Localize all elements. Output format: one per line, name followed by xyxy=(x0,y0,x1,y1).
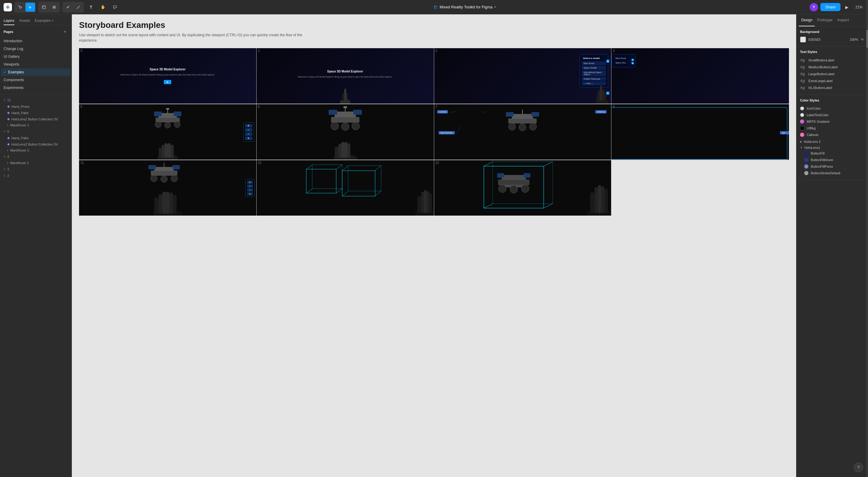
cs-icon-color[interactable]: IconColor xyxy=(800,105,864,112)
examples-arrow: ▾ xyxy=(52,19,53,22)
cell-number-11: 11 xyxy=(81,161,84,164)
figma-logo[interactable] xyxy=(4,3,12,11)
panel-icon-1: ⊞ xyxy=(247,181,253,184)
cs-button-fill[interactable]: ButtonFill xyxy=(804,150,864,157)
move-tool[interactable] xyxy=(26,3,35,12)
tab-assets[interactable]: Assets xyxy=(19,17,30,25)
layer-group-4[interactable]: # 4 xyxy=(1,153,70,160)
annotation-antenna: Antenna xyxy=(595,110,607,114)
cs-group-hololens2[interactable]: ▶ HoloLens 2 xyxy=(800,138,864,144)
background-hex[interactable]: E5E5E5 xyxy=(808,38,847,41)
svg-rect-11 xyxy=(436,6,437,7)
layer-marsrover-3[interactable]: ▪ MarsRover 1 xyxy=(1,160,70,166)
layer-hand-palm-1[interactable]: ◆ Hand_Palm xyxy=(1,109,70,116)
color-styles-section: Color Styles IconColor LabelTextColor MR… xyxy=(797,95,868,180)
cs-label-text[interactable]: LabelTextColor xyxy=(800,112,864,118)
ts-small-button[interactable]: Ag SmallButtonLabel xyxy=(800,57,864,63)
annotation-spectrometer: Spectrometer xyxy=(439,131,455,134)
component-tool[interactable] xyxy=(50,3,59,12)
page-item-ui-gallery[interactable]: UI Gallery xyxy=(1,53,70,61)
hand-tool[interactable]: ✋ xyxy=(98,3,108,12)
background-opacity[interactable]: 100% xyxy=(850,38,858,41)
cell-0-button: ▶ xyxy=(164,80,171,84)
layer-group-2[interactable]: # 2 xyxy=(1,172,70,179)
share-button[interactable]: Share xyxy=(820,3,840,11)
active-check: ✓ xyxy=(4,70,6,74)
group-number: 4 xyxy=(7,155,9,158)
layer-group-3[interactable]: # 3 xyxy=(1,166,70,172)
ts-medium-button[interactable]: Ag MediumButtonLabel xyxy=(800,63,864,70)
layer-hand-palm-2[interactable]: ◆ Hand_Palm xyxy=(1,135,70,141)
cell-number-1: 1 xyxy=(258,49,260,53)
background-section: Background E5E5E5 100% 👁 xyxy=(797,26,868,46)
svg-point-44 xyxy=(352,122,360,130)
pen-tool[interactable] xyxy=(63,3,73,12)
rover-model-7 xyxy=(503,109,542,136)
page-item-components[interactable]: Components xyxy=(1,76,70,84)
wireframe-svg-13 xyxy=(434,160,611,216)
file-name-button[interactable]: Mixed Reality Toolkit for Figma ▾ xyxy=(431,4,498,10)
layer-marsrover-1[interactable]: ▪ MarsRover 1 xyxy=(1,122,70,128)
layer-group-11[interactable]: # 11 xyxy=(1,97,70,103)
cs-mrtk-gradient[interactable]: MRTK Gradient xyxy=(800,118,864,125)
svg-rect-95 xyxy=(424,190,427,213)
comment-tool[interactable] xyxy=(110,3,120,12)
svg-rect-22 xyxy=(602,90,604,101)
layer-holol2-btn-2[interactable]: ◆ HoloLens2 Button Collection 3V xyxy=(1,141,70,147)
frame-tool[interactable] xyxy=(39,3,49,12)
page-list: Introduction Change Log UI Gallery Viewp… xyxy=(0,37,71,92)
tab-prototype[interactable]: Prototype xyxy=(815,14,835,26)
svg-rect-23 xyxy=(596,92,598,101)
page-item-examples[interactable]: ✓ Examples xyxy=(1,68,70,76)
cs-group-hololens1[interactable]: ▼ HoloLens1 xyxy=(800,144,864,150)
cs-swatch-bsd xyxy=(804,171,808,175)
cs-callouts[interactable]: Callouts xyxy=(800,131,864,138)
tab-layers[interactable]: Layers xyxy=(4,17,14,25)
ts-hl1-button[interactable]: Ag HL1ButtonLabel xyxy=(800,84,864,91)
cs-button-stroke-default[interactable]: ButtonStrokeDefault xyxy=(804,170,864,177)
svg-line-101 xyxy=(544,162,552,166)
layer-group-5[interactable]: # 5 xyxy=(1,128,70,135)
svg-rect-56 xyxy=(508,119,536,123)
ts-large-button[interactable]: Ag LargeButtonLabel xyxy=(800,70,864,77)
cs-button-fill-press[interactable]: ButtonFillPress xyxy=(804,163,864,170)
add-page-button[interactable]: + xyxy=(62,29,68,35)
svg-rect-115 xyxy=(601,186,604,213)
canvas-area[interactable]: Storyboard Examples Use viewport to sket… xyxy=(72,14,796,477)
page-item-viewports[interactable]: Viewports xyxy=(1,61,70,68)
user-avatar[interactable]: Y xyxy=(810,3,818,11)
zoom-level[interactable]: 21% xyxy=(854,4,864,10)
tab-examples[interactable]: Examples ▾ xyxy=(35,17,53,25)
diamond-icon: ◆ xyxy=(7,136,9,140)
play-button[interactable]: ▶ xyxy=(843,3,851,11)
hand-svg-13 xyxy=(586,180,611,216)
visibility-icon[interactable]: 👁 xyxy=(861,37,864,42)
layer-hand-press[interactable]: ◆ Hand_Press xyxy=(1,103,70,109)
svg-rect-53 xyxy=(347,143,350,158)
cs-button-fill-hover[interactable]: ButtonFillHover xyxy=(804,157,864,163)
tab-inspect[interactable]: Inspect xyxy=(835,14,851,26)
svg-rect-110 xyxy=(497,173,504,178)
svg-rect-78 xyxy=(169,193,173,214)
help-button[interactable]: ? xyxy=(854,463,863,472)
svg-point-4 xyxy=(7,6,8,7)
layer-marsrover-2[interactable]: ▪ MarsRover 1 xyxy=(1,147,70,153)
svg-point-28 xyxy=(165,122,170,128)
ts-ag-icon: Ag xyxy=(800,85,806,90)
select-tool[interactable] xyxy=(15,3,25,12)
pencil-tool[interactable] xyxy=(73,3,83,12)
svg-rect-116 xyxy=(590,192,595,213)
layer-holol2-btn-1[interactable]: ◆ HoloLens2 Button Collection 3V xyxy=(1,116,70,122)
ts-ag-icon: Ag xyxy=(800,65,806,69)
page-item-changelog[interactable]: Change Log xyxy=(1,45,70,53)
page-item-introduction[interactable]: Introduction xyxy=(1,37,70,45)
cs-swatch-mrtk xyxy=(800,120,804,124)
ts-extra-large[interactable]: Ag ExtraLargeLabel xyxy=(800,77,864,84)
text-tool[interactable]: T xyxy=(86,3,96,12)
text-styles-section: Text Styles Ag SmallButtonLabel Ag Mediu… xyxy=(797,46,868,95)
svg-rect-72 xyxy=(173,165,180,169)
page-item-experiments[interactable]: Experiments xyxy=(1,84,70,92)
background-color-swatch[interactable] xyxy=(800,36,806,42)
cs-ui-bkg[interactable]: UIBkg xyxy=(800,125,864,131)
tab-design[interactable]: Design xyxy=(799,14,815,26)
